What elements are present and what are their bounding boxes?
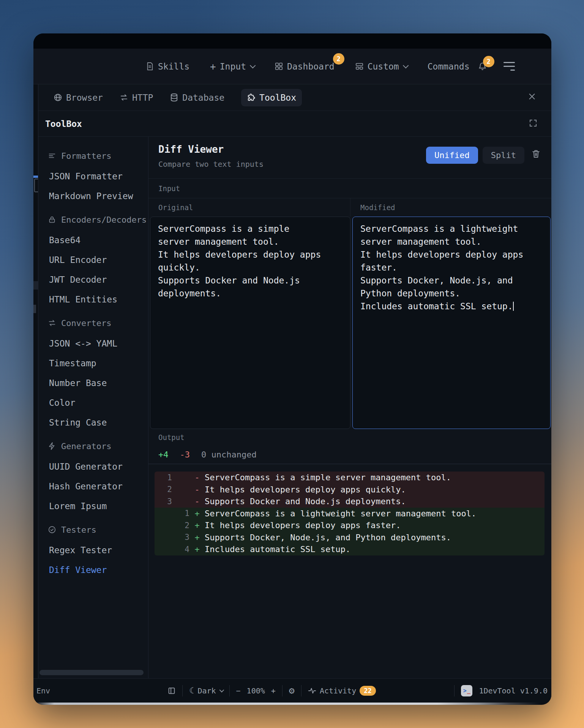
puzzle-icon xyxy=(247,93,256,102)
plus-icon: + xyxy=(210,62,216,71)
sidebar-layout-icon xyxy=(167,687,176,695)
sidebar-item-json-yaml[interactable]: JSON <-> YAML xyxy=(38,334,148,353)
section-title: Converters xyxy=(61,318,111,328)
removed-count: -3 xyxy=(180,450,190,459)
close-icon xyxy=(528,92,536,101)
background-fragment xyxy=(34,179,38,192)
chevron-down-icon xyxy=(250,63,256,69)
nav-item-dashboard[interactable]: Dashboard 2 xyxy=(275,62,335,71)
separator xyxy=(301,685,301,696)
panel-toggle-button[interactable] xyxy=(167,687,176,695)
fullscreen-button[interactable] xyxy=(529,119,538,129)
clear-button[interactable] xyxy=(531,149,541,160)
window-bottom-edge xyxy=(33,703,551,705)
split-mode-button[interactable]: Split xyxy=(483,147,524,164)
nav-item-label: Skills xyxy=(158,62,189,71)
sidebar-item-regex-tester[interactable]: Regex Tester xyxy=(38,540,148,560)
original-textarea[interactable]: ServerCompass is a simple server managem… xyxy=(150,217,350,429)
separator xyxy=(454,685,455,696)
sidebar-item-json-formatter[interactable]: JSON Formatter xyxy=(38,166,148,186)
notifications-button[interactable]: 2 xyxy=(478,62,487,71)
panel-title: ToolBox xyxy=(45,119,82,129)
bolt-icon xyxy=(48,442,56,450)
section-title: Encoders/Decoders xyxy=(61,215,147,225)
tab-label: ToolBox xyxy=(259,93,296,103)
dashboard-badge: 2 xyxy=(333,53,344,65)
section-generators: Generators xyxy=(38,435,148,457)
diff-output: 1-ServerCompass is a simple server manag… xyxy=(148,464,551,678)
panel-title-row: ToolBox xyxy=(38,111,551,137)
sidebar-item-jwt-decoder[interactable]: JWT Decoder xyxy=(38,270,148,290)
chevron-down-icon xyxy=(403,63,409,69)
sidebar-scrollbar[interactable] xyxy=(39,670,144,675)
sidebar-item-base64[interactable]: Base64 xyxy=(38,230,148,250)
background-window-strip xyxy=(33,84,38,678)
diff-line: 1+ServerCompass is a lightweight server … xyxy=(155,508,545,520)
app-window: Skills + Input Dashboard 2 Custom Comman… xyxy=(33,33,551,705)
input-textareas: ServerCompass is a simple server managem… xyxy=(148,217,551,429)
tab-label: Browser xyxy=(66,93,103,103)
trash-icon xyxy=(531,149,541,158)
tool-header: Diff Viewer Compare two text inputs Unif… xyxy=(148,137,551,179)
section-formatters: Formatters xyxy=(38,145,148,166)
swap-arrows-icon xyxy=(120,93,128,102)
sidebar-item-html-entities[interactable]: HTML Entities xyxy=(38,290,148,309)
sidebar-item-string-case[interactable]: String Case xyxy=(38,413,148,432)
theme-selector[interactable]: ☾ Dark xyxy=(189,686,223,695)
sidebar-item-timestamp[interactable]: Timestamp xyxy=(38,353,148,373)
sidebar-item-markdown-preview[interactable]: Markdown Preview xyxy=(38,186,148,206)
panel-tabs: Browser HTTP Database ToolBox xyxy=(38,84,551,111)
nav-item-label: Dashboard xyxy=(287,62,335,71)
added-count: +4 xyxy=(158,450,169,459)
section-title: Formatters xyxy=(61,151,111,161)
lock-icon xyxy=(48,215,56,224)
grid-icon xyxy=(275,62,283,71)
diff-viewer-main: Diff Viewer Compare two text inputs Unif… xyxy=(148,137,551,678)
status-bar: Env ☾ Dark − 100% + ⚙ Activity 22 >_ 1De… xyxy=(33,678,551,703)
modified-column-label: Modified xyxy=(350,198,551,217)
sidebar-item-diff-viewer[interactable]: Diff Viewer xyxy=(38,560,148,580)
background-fragment xyxy=(33,281,38,290)
sidebar-item-number-base[interactable]: Number Base xyxy=(38,373,148,393)
tab-database[interactable]: Database xyxy=(170,93,224,103)
tab-toolbox[interactable]: ToolBox xyxy=(241,89,302,106)
nav-item-input[interactable]: + Input xyxy=(210,62,254,71)
original-column-label: Original xyxy=(148,198,350,217)
tab-label: HTTP xyxy=(132,93,153,103)
sidebar-item-color[interactable]: Color xyxy=(38,393,148,413)
settings-button[interactable]: ⚙ xyxy=(289,686,295,695)
separator xyxy=(229,685,230,696)
nav-item-commands[interactable]: Commands xyxy=(428,62,470,71)
check-circle-icon xyxy=(48,525,56,534)
env-label: Env xyxy=(36,686,50,695)
activity-label: Activity xyxy=(320,686,356,695)
diff-line: 1-ServerCompass is a simple server manag… xyxy=(155,472,545,484)
theme-label: Dark xyxy=(197,686,216,695)
tab-http[interactable]: HTTP xyxy=(120,93,153,103)
zoom-out-button[interactable]: − xyxy=(236,686,241,695)
sidebar-item-url-encoder[interactable]: URL Encoder xyxy=(38,250,148,270)
sidebar-item-hash-generator[interactable]: Hash Generator xyxy=(38,476,148,496)
tool-sidebar: Formatters JSON Formatter Markdown Previ… xyxy=(38,137,148,678)
chevron-down-icon xyxy=(219,688,224,693)
background-fragment xyxy=(33,176,38,178)
nav-item-custom[interactable]: Custom xyxy=(355,62,407,71)
activity-button[interactable]: Activity 22 xyxy=(308,686,376,696)
close-panel-button[interactable] xyxy=(528,92,536,103)
unified-mode-button[interactable]: Unified xyxy=(426,147,478,164)
output-section-label: Output xyxy=(148,429,551,445)
modified-textarea[interactable]: ServerCompass is a lightweight server ma… xyxy=(352,217,551,429)
section-title: Generators xyxy=(61,442,111,451)
zoom-in-button[interactable]: + xyxy=(271,686,276,695)
diff-stats: +4 -3 0 unchanged xyxy=(148,445,551,464)
nav-item-skills[interactable]: Skills xyxy=(145,62,189,71)
tab-browser[interactable]: Browser xyxy=(54,93,103,103)
sidebar-item-uuid-generator[interactable]: UUID Generator xyxy=(38,457,148,476)
section-converters: Converters xyxy=(38,312,148,334)
menu-icon[interactable] xyxy=(504,62,515,71)
separator xyxy=(282,685,283,696)
sidebar-item-lorem-ipsum[interactable]: Lorem Ipsum xyxy=(38,496,148,516)
diff-line: 3+Supports Docker, Node.js, and Python d… xyxy=(155,532,545,544)
nav-item-label: Input xyxy=(220,62,246,71)
tab-label: Database xyxy=(182,93,224,103)
